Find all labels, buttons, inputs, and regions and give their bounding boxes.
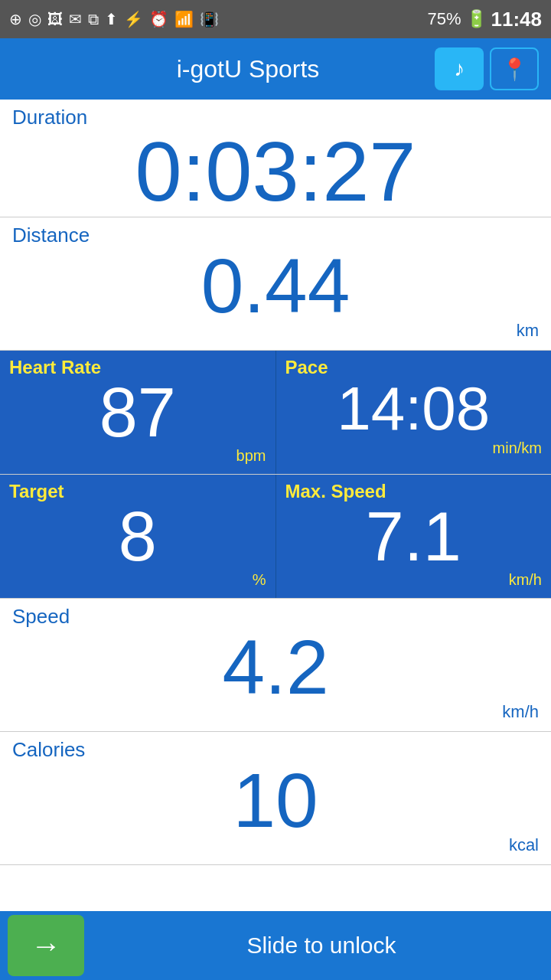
arrow-right-icon: → [31,929,61,963]
speed-section: Speed 4.2 km/h [0,599,551,732]
location-icon: ◎ [28,10,41,28]
target-maxspeed-row: Target 8 % Max. Speed 7.1 km/h [0,475,551,599]
signal-icon: 📳 [200,10,219,28]
speed-value: 4.2 [12,629,539,705]
pace-unit: min/km [285,439,543,460]
calories-value: 10 [12,762,539,838]
status-icons-left: ⊕ ◎ 🖼 ✉ ⧉ ⬆ ⚡ ⏰ 📶 📳 [9,10,219,28]
max-speed-tile: Max. Speed 7.1 km/h [276,475,552,598]
status-time: 11:48 [491,8,543,31]
heart-rate-pace-row: Heart Rate 87 bpm Pace 14:08 min/km [0,351,551,475]
distance-value: 0.44 [12,247,539,324]
duration-value: 0:03:27 [12,129,539,214]
app-header: i-gotU Sports ♪ 📍 [0,38,551,100]
heart-rate-value: 87 [9,378,266,447]
app-title: i-gotU Sports [61,55,435,83]
layers-icon: ⧉ [88,11,99,28]
alarm-icon: ⏰ [149,10,168,28]
music-button[interactable]: ♪ [435,47,484,90]
add-icon: ⊕ [9,10,22,28]
image-icon: 🖼 [47,11,63,28]
unlock-arrow-button[interactable]: → [8,915,84,976]
heart-rate-tile: Heart Rate 87 bpm [0,351,276,474]
map-icon: 📍 [501,57,528,82]
slide-unlock-label: Slide to unlock [92,933,551,959]
battery-text: 75% [427,9,461,29]
pace-value: 14:08 [285,378,543,439]
mail-icon: ✉ [69,10,82,28]
slide-to-unlock-bar[interactable]: → Slide to unlock [0,911,551,980]
map-button[interactable]: 📍 [490,47,539,90]
target-tile: Target 8 % [0,475,276,598]
pace-tile: Pace 14:08 min/km [276,351,552,474]
battery-icon: 🔋 [466,9,487,29]
duration-section: Duration 0:03:27 [0,100,551,217]
calories-section: Calories 10 kcal [0,732,551,865]
max-speed-value: 7.1 [285,502,543,571]
distance-section: Distance 0.44 km [0,217,551,351]
music-icon: ♪ [454,57,465,81]
target-value: 8 [9,502,266,571]
upload-icon: ⬆ [105,10,118,28]
wifi-icon: 📶 [174,10,194,28]
status-bar: ⊕ ◎ 🖼 ✉ ⧉ ⬆ ⚡ ⏰ 📶 📳 75% 🔋 11:48 [0,0,551,38]
status-right: 75% 🔋 11:48 [427,8,542,31]
bluetooth-icon: ⚡ [124,10,143,28]
